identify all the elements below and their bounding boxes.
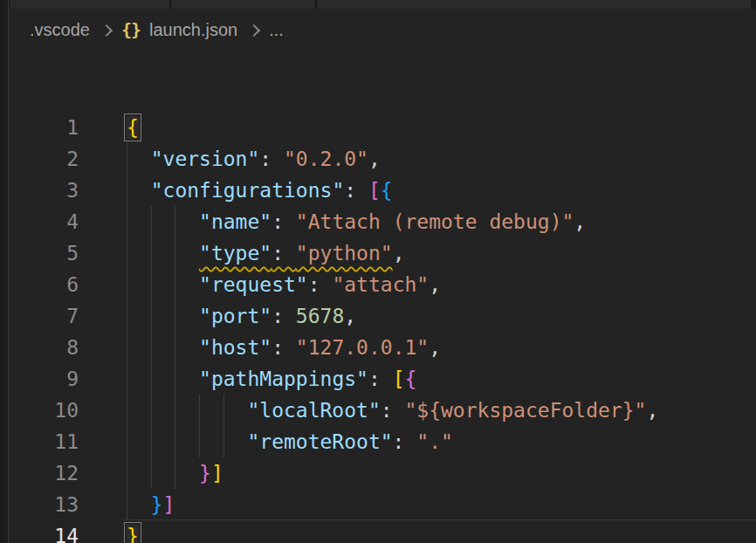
indent-guide <box>151 426 175 457</box>
indent-guide <box>127 300 151 332</box>
code-token: [ <box>368 179 381 202</box>
indent-guide <box>175 395 199 426</box>
code-line[interactable]: 14} <box>9 520 756 543</box>
code-token: , <box>574 210 586 233</box>
line-number[interactable]: 14 <box>9 520 79 543</box>
code-line[interactable]: 9 "pathMappings": [{ <box>9 363 756 395</box>
matched-bracket: { <box>127 116 139 139</box>
indent-guide <box>223 395 248 426</box>
code-text: "type": "python", <box>79 237 405 269</box>
code-line[interactable]: 7 "port": 5678, <box>9 300 756 332</box>
code-token: : <box>381 399 405 422</box>
code-text: }] <box>79 457 223 489</box>
code-token: "port" <box>199 305 271 327</box>
code-token: : <box>393 430 417 453</box>
code-token: : <box>368 368 393 390</box>
line-number[interactable]: 10 <box>9 395 79 426</box>
code-text: "localRoot": "${workspaceFolder}", <box>79 395 658 426</box>
line-number[interactable]: 5 <box>9 237 79 269</box>
code-line[interactable]: 8 "host": "127.0.0.1", <box>9 332 756 363</box>
code-token: "." <box>416 430 453 453</box>
code-token: "attach" <box>332 273 429 296</box>
code-token: { <box>381 179 393 202</box>
code-line[interactable]: 11 "remoteRoot": "." <box>9 426 756 457</box>
indent-guide <box>127 143 151 175</box>
code-token: : <box>344 179 368 202</box>
code-editor[interactable]: 1{2 "version": "0.2.0",3 "configurations… <box>9 49 756 543</box>
indent-guide <box>127 457 151 489</box>
json-braces-icon: {} <box>121 19 141 40</box>
indent-guide <box>199 426 223 457</box>
code-text: "configurations": [{ <box>79 175 393 206</box>
code-text: "pathMappings": [{ <box>79 363 416 395</box>
matched-bracket: } <box>127 525 139 543</box>
warning-squiggle: "type": "python" <box>199 242 393 265</box>
code-token: "pathMappings" <box>199 368 368 390</box>
line-number[interactable]: 13 <box>9 489 79 520</box>
indent-guide <box>151 363 175 395</box>
line-number[interactable]: 2 <box>9 143 79 175</box>
code-token: "localRoot" <box>247 399 380 422</box>
indent-guide <box>151 332 175 363</box>
tab-strip-end <box>751 0 756 9</box>
code-token: "host" <box>199 336 271 359</box>
code-line[interactable]: 3 "configurations": [{ <box>9 175 756 206</box>
code-text: "version": "0.2.0", <box>79 143 381 175</box>
indent-guide <box>127 237 151 269</box>
line-number[interactable]: 9 <box>9 363 79 395</box>
indent-guide <box>151 237 175 269</box>
line-number[interactable]: 1 <box>9 112 79 143</box>
breadcrumb-item-folder[interactable]: .vscode <box>30 20 90 40</box>
code-line[interactable]: 2 "version": "0.2.0", <box>9 143 756 175</box>
indent-guide <box>151 395 175 426</box>
code-token: ] <box>211 462 223 485</box>
indent-guide <box>151 300 175 332</box>
line-number[interactable]: 12 <box>9 457 79 489</box>
indent-guide <box>175 363 199 395</box>
code-line[interactable]: 12 }] <box>9 457 756 489</box>
indent-guide <box>175 457 199 489</box>
code-text: "port": 5678, <box>79 300 356 332</box>
code-text: "name": "Attach (remote debug)", <box>79 206 586 237</box>
breadcrumb: .vscode {} launch.json ... <box>9 10 756 49</box>
code-token: "${workspaceFolder}" <box>404 399 646 422</box>
line-number[interactable]: 7 <box>9 300 79 332</box>
code-line[interactable]: 13 }] <box>9 489 756 520</box>
tab-separator <box>315 0 317 9</box>
code-token: , <box>429 273 441 296</box>
code-token: : <box>271 242 296 265</box>
code-line[interactable]: 10 "localRoot": "${workspaceFolder}", <box>9 395 756 426</box>
line-number[interactable]: 3 <box>9 175 79 206</box>
line-number[interactable]: 6 <box>9 269 79 300</box>
line-number[interactable]: 11 <box>9 426 79 457</box>
code-text: } <box>79 520 139 543</box>
line-number[interactable]: 4 <box>9 206 79 237</box>
indent-guide <box>127 395 151 426</box>
code-line[interactable]: 6 "request": "attach", <box>9 269 756 300</box>
code-token: : <box>259 148 284 170</box>
code-line[interactable]: 5 "type": "python", <box>9 237 756 269</box>
code-text: "request": "attach", <box>79 269 441 300</box>
chevron-right-icon <box>100 24 111 35</box>
indent-guide <box>127 175 151 206</box>
code-token: , <box>393 242 405 265</box>
code-line[interactable]: 4 "name": "Attach (remote debug)", <box>9 206 756 237</box>
line-number[interactable]: 8 <box>9 332 79 363</box>
code-text: }] <box>79 489 175 520</box>
tab-bar-strip[interactable] <box>0 0 756 9</box>
breadcrumb-ellipsis[interactable]: ... <box>269 20 284 40</box>
code-text: { <box>79 112 139 143</box>
code-text: "host": "127.0.0.1", <box>79 332 441 363</box>
indent-guide <box>151 457 175 489</box>
indent-guide <box>127 426 151 457</box>
breadcrumb-item-file[interactable]: launch.json <box>149 20 237 40</box>
indent-guide <box>175 269 199 300</box>
code-line[interactable]: 1{ <box>9 112 756 143</box>
indent-guide <box>127 206 151 237</box>
code-token: , <box>429 336 441 359</box>
chevron-right-icon <box>248 24 258 35</box>
code-token: "remoteRoot" <box>247 430 392 453</box>
indent-guide <box>175 300 199 332</box>
tab-separator <box>169 0 171 9</box>
code-token: : <box>271 305 296 327</box>
